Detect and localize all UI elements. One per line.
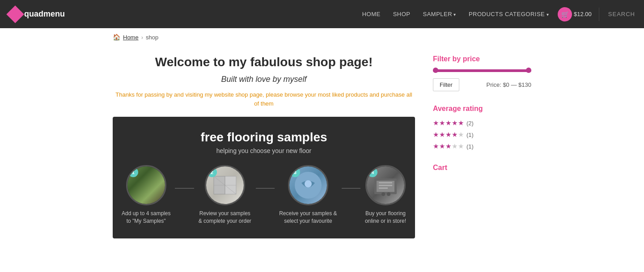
average-rating-section: Average rating ★ ★ ★ ★ ★ (2) ★ ★ ★ ★ [433, 105, 531, 150]
rating-row-3[interactable]: ★ ★ ★ ★ ★ (1) [433, 142, 531, 150]
nav-links: HOME SHOP SAMPLER PRODUCTS CATEGORISE [362, 11, 549, 17]
step-4-num: 4 [368, 167, 377, 177]
step-1-label: Add up to 4 samplesto "My Samples" [122, 210, 170, 225]
logo-text: quadmenu [24, 9, 65, 19]
breadcrumb-home-link[interactable]: Home [123, 34, 139, 41]
average-rating-title: Average rating [433, 105, 531, 113]
nav-divider [599, 8, 599, 21]
svg-rect-10 [379, 185, 392, 186]
cart-icon: 🛒 [558, 7, 572, 21]
rating-count-3: (1) [466, 143, 474, 150]
step-4-circle: 4 [365, 165, 406, 205]
cart-section: Cart [433, 164, 531, 172]
step-connector-2 [256, 188, 275, 189]
cart-price: $12.00 [574, 11, 592, 17]
filter-by-price-title: Filter by price [433, 55, 531, 63]
step-1-num: 1 [128, 167, 138, 177]
navbar: quadmenu HOME SHOP SAMPLER PRODUCTS CATE… [0, 0, 644, 28]
nav-home[interactable]: HOME [362, 11, 381, 17]
step-4-label: Buy your flooringonline or in store! [365, 210, 406, 225]
banner-title: free flooring samples [122, 130, 406, 144]
cart-section-title: Cart [433, 164, 531, 172]
nav-products-categorise[interactable]: PRODUCTS CATEGORISE [469, 11, 549, 17]
search-button[interactable]: SEARCH [608, 11, 635, 17]
shop-title: Welcome to my fabulous shop page! [113, 55, 415, 69]
step-3: 3 Receive your samples &select your favo… [279, 165, 337, 225]
step-2-num: 2 [207, 167, 217, 177]
logo[interactable]: quadmenu [9, 8, 65, 21]
nav-shop[interactable]: SHOP [393, 11, 411, 17]
shop-description: Thanks for passing by and visiting my we… [113, 90, 415, 108]
step-3-num: 3 [290, 167, 300, 177]
step-3-circle: 3 [288, 165, 328, 205]
step-2-circle: 2 [205, 165, 245, 205]
step-connector-1 [175, 188, 194, 189]
step-2: 2 Review your samples& complete your o [199, 165, 251, 225]
banner-subtitle: helping you choose your new floor [122, 147, 406, 154]
stars-3: ★ ★ ★ ★ ★ [433, 142, 464, 150]
rating-count-4: (1) [466, 132, 474, 138]
svg-rect-11 [379, 187, 388, 189]
rating-count-5: (2) [466, 120, 474, 127]
flooring-banner: free flooring samples helping you choose… [113, 117, 415, 238]
main-content: Welcome to my fabulous shop page! Built … [113, 55, 415, 238]
flooring-steps: 1 Add up to 4 samplesto "My Samples" 2 [122, 165, 406, 225]
svg-rect-9 [379, 182, 392, 183]
svg-point-13 [387, 192, 390, 196]
rating-row-5[interactable]: ★ ★ ★ ★ ★ (2) [433, 119, 531, 127]
sidebar: Filter by price Filter Price: $0 — $130 … [433, 55, 531, 238]
rating-row-4[interactable]: ★ ★ ★ ★ ★ (1) [433, 131, 531, 139]
svg-point-6 [305, 180, 312, 187]
stars-4: ★ ★ ★ ★ ★ [433, 131, 464, 139]
step-1: 1 Add up to 4 samplesto "My Samples" [122, 165, 170, 225]
home-icon: 🏠 [113, 34, 120, 41]
logo-diamond-icon [6, 5, 24, 23]
step-2-label: Review your samples& complete your order [199, 210, 251, 225]
price-filter-section: Filter by price Filter Price: $0 — $130 [433, 55, 531, 91]
price-range-label: Price: $0 — $130 [487, 81, 531, 88]
step-connector-3 [342, 188, 360, 189]
nav-sampler[interactable]: SAMPLER [423, 11, 456, 17]
filter-button[interactable]: Filter [433, 78, 459, 91]
step-3-label: Receive your samples &select your favour… [279, 210, 337, 225]
svg-point-12 [381, 192, 385, 196]
breadcrumb-separator: › [141, 34, 143, 41]
cart-widget[interactable]: 🛒 $12.00 [558, 7, 592, 21]
step-4: 4 Bu [365, 165, 406, 225]
stars-5: ★ ★ ★ ★ ★ [433, 119, 464, 127]
breadcrumb: 🏠 Home › shop [0, 28, 644, 46]
step-1-circle: 1 [126, 165, 166, 205]
breadcrumb-current: shop [146, 34, 158, 41]
shop-subtitle: Built with love by myself [113, 75, 415, 84]
price-slider[interactable] [433, 69, 531, 72]
